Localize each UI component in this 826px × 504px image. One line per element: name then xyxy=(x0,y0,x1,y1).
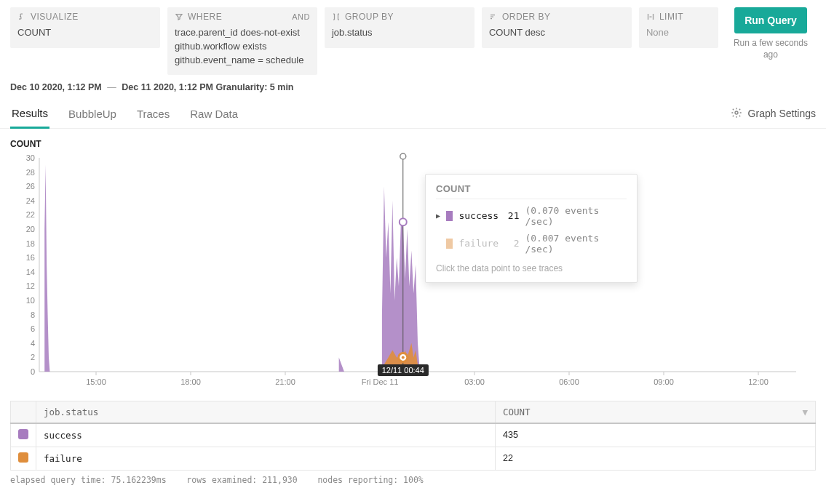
tooltip-rate: (0.007 events /sec) xyxy=(525,233,627,255)
table-header-count[interactable]: COUNT ▼ xyxy=(496,401,816,423)
row-swatch xyxy=(18,429,28,439)
svg-text:6: 6 xyxy=(31,324,35,333)
svg-text:2: 2 xyxy=(31,353,35,361)
chart-area: COUNT 02468101214161820222426283015:0018… xyxy=(0,129,826,395)
tooltip-name: success xyxy=(458,210,499,221)
svg-text:Fri Dec 11: Fri Dec 11 xyxy=(362,377,399,386)
svg-text:28: 28 xyxy=(26,167,35,176)
table-header-swatch[interactable] xyxy=(11,401,36,423)
svg-text:12: 12 xyxy=(26,281,35,290)
table-header-jobstatus[interactable]: job.status xyxy=(36,401,496,423)
svg-text:12:00: 12:00 xyxy=(748,377,769,386)
query-builder: VISUALIZE COUNT WHERE AND trace.parent_i… xyxy=(0,0,826,79)
where-box[interactable]: WHERE AND trace.parent_id does-not-exist… xyxy=(167,7,317,75)
svg-text:18: 18 xyxy=(26,239,35,247)
svg-point-36 xyxy=(400,153,406,159)
svg-text:0: 0 xyxy=(31,367,35,376)
limit-value: None xyxy=(646,26,711,40)
cell-count: 22 xyxy=(496,447,816,470)
swatch-success xyxy=(446,211,453,221)
svg-point-0 xyxy=(735,111,738,114)
time-to: Dec 11 2020, 1:12 PM xyxy=(122,82,213,92)
elapsed-time: elapsed query time: 75.162239ms xyxy=(10,475,167,485)
groupby-label: GROUP BY xyxy=(345,12,394,22)
svg-text:4: 4 xyxy=(31,338,35,347)
tooltip-row-failure: ▶ failure 2 (0.007 events /sec) xyxy=(436,233,627,255)
filter-icon xyxy=(175,12,183,21)
tooltip-value: 2 xyxy=(506,238,520,249)
groupby-box[interactable]: GROUP BY job.status xyxy=(325,7,474,48)
rows-examined: rows examined: 211,930 xyxy=(186,475,297,485)
function-icon xyxy=(17,12,26,21)
where-clause: trace.parent_id does-not-exist xyxy=(175,26,310,40)
svg-text:20: 20 xyxy=(26,225,35,233)
limit-box[interactable]: LIMIT None xyxy=(639,7,718,48)
svg-text:06:00: 06:00 xyxy=(559,377,579,386)
svg-text:24: 24 xyxy=(26,196,35,204)
where-label: WHERE xyxy=(188,12,222,22)
svg-text:30: 30 xyxy=(26,153,35,162)
count-chart[interactable]: 02468101214161820222426283015:0018:0021:… xyxy=(10,152,811,392)
run-time-label: Run a few seconds ago xyxy=(726,38,816,60)
cell-count: 435 xyxy=(496,423,816,447)
orderby-value: COUNT desc xyxy=(489,26,624,40)
svg-point-37 xyxy=(400,218,407,225)
where-clause: github.event_name = schedule xyxy=(175,54,310,68)
time-from: Dec 10 2020, 1:12 PM xyxy=(10,82,102,92)
tooltip-name: failure xyxy=(458,238,499,249)
run-query-button[interactable]: Run Query xyxy=(734,7,807,33)
groupby-value: job.status xyxy=(332,26,467,40)
results-table: job.status COUNT ▼ success 435 failure 2… xyxy=(10,401,816,471)
svg-text:18:00: 18:00 xyxy=(180,377,201,386)
orderby-box[interactable]: ORDER BY COUNT desc xyxy=(482,7,632,48)
cell-jobstatus: success xyxy=(36,423,496,447)
tooltip-value: 21 xyxy=(506,210,520,221)
tabs-row: Results BubbleUp Traces Raw Data Graph S… xyxy=(0,100,826,129)
tab-results[interactable]: Results xyxy=(10,100,49,129)
orderby-label: ORDER BY xyxy=(502,12,551,22)
tab-traces[interactable]: Traces xyxy=(135,100,171,127)
graph-settings-button[interactable]: Graph Settings xyxy=(731,107,816,121)
graph-settings-label: Graph Settings xyxy=(748,108,816,119)
visualize-label: VISUALIZE xyxy=(31,12,79,22)
limit-label: LIMIT xyxy=(659,12,683,22)
svg-text:03:00: 03:00 xyxy=(464,377,485,386)
where-clauses: trace.parent_id does-not-exist github.wo… xyxy=(175,26,310,68)
svg-text:26: 26 xyxy=(26,182,35,191)
row-swatch xyxy=(18,452,28,463)
chart-title: COUNT xyxy=(10,139,816,149)
swatch-failure xyxy=(446,239,453,249)
tooltip-title: COUNT xyxy=(436,183,627,199)
sort-desc-icon: ▼ xyxy=(802,407,808,417)
svg-text:16: 16 xyxy=(26,253,35,262)
nodes-reporting: nodes reporting: 100% xyxy=(317,475,423,485)
limit-icon xyxy=(646,12,655,21)
svg-text:22: 22 xyxy=(26,210,35,219)
table-row[interactable]: failure 22 xyxy=(11,447,816,470)
sort-icon xyxy=(489,12,498,21)
chart-hover-time: 12/11 00:44 xyxy=(378,364,429,376)
where-clause: github.workflow exists xyxy=(175,40,310,54)
where-join: AND xyxy=(292,12,310,21)
group-icon xyxy=(332,12,341,21)
svg-text:10: 10 xyxy=(26,296,35,305)
svg-text:09:00: 09:00 xyxy=(654,377,674,386)
tooltip-footer: Click the data point to see traces xyxy=(436,263,627,273)
tab-bubbleup[interactable]: BubbleUp xyxy=(67,100,118,127)
visualize-value: COUNT xyxy=(17,26,153,40)
svg-point-39 xyxy=(402,356,405,359)
time-range[interactable]: Dec 10 2020, 1:12 PM — Dec 11 2020, 1:12… xyxy=(0,79,826,95)
granularity-value: 5 min xyxy=(270,82,294,92)
caret-right-icon: ▶ xyxy=(436,212,440,220)
gear-icon xyxy=(731,107,742,121)
cell-jobstatus: failure xyxy=(36,447,496,470)
granularity-label: Granularity: xyxy=(216,82,268,92)
tooltip-rate: (0.070 events /sec) xyxy=(525,205,627,227)
tab-rawdata[interactable]: Raw Data xyxy=(188,100,239,127)
footer-stats: elapsed query time: 75.162239ms rows exa… xyxy=(0,471,826,495)
visualize-box[interactable]: VISUALIZE COUNT xyxy=(10,7,160,48)
table-row[interactable]: success 435 xyxy=(11,423,816,447)
svg-text:14: 14 xyxy=(26,267,35,276)
chart-tooltip: COUNT ▶ success 21 (0.070 events /sec) ▶… xyxy=(425,174,638,283)
tooltip-row-success: ▶ success 21 (0.070 events /sec) xyxy=(436,205,627,227)
